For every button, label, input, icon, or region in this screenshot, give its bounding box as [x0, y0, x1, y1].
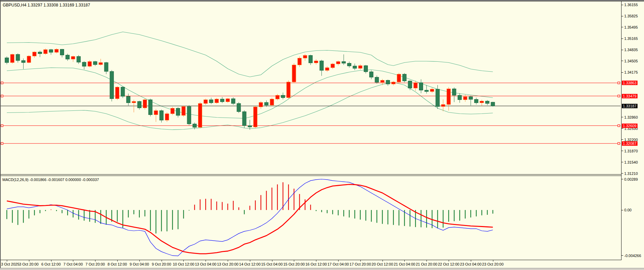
level-line-handle-right[interactable] — [618, 82, 620, 84]
candle-84[interactable] — [469, 96, 473, 106]
candle-4[interactable] — [27, 55, 31, 63]
candle-3[interactable] — [21, 59, 25, 69]
level-line-handle-left[interactable] — [1, 142, 3, 145]
candle-27[interactable] — [154, 109, 158, 122]
candle-1[interactable] — [11, 54, 14, 64]
candle-63[interactable] — [353, 64, 357, 70]
candle-87[interactable] — [485, 100, 489, 105]
candle-31[interactable] — [176, 107, 180, 118]
candle-12[interactable] — [71, 56, 75, 62]
candle-80[interactable] — [447, 87, 451, 111]
candle-83[interactable] — [463, 95, 467, 102]
candle-73[interactable] — [408, 80, 412, 90]
candle-60[interactable] — [336, 61, 340, 66]
macd-indicator-canvas[interactable] — [0, 176, 621, 260]
level-line-handle-left[interactable] — [1, 95, 3, 97]
candle-46[interactable] — [259, 101, 263, 109]
candle-48[interactable] — [270, 98, 274, 106]
candle-37[interactable] — [209, 98, 213, 104]
candle-28[interactable] — [160, 110, 163, 123]
candle-82[interactable] — [458, 93, 462, 103]
candle-7[interactable] — [44, 49, 47, 55]
main-chart-canvas[interactable] — [0, 0, 621, 175]
candle-85[interactable] — [475, 98, 478, 105]
candle-0[interactable] — [5, 57, 9, 64]
candle-61[interactable] — [342, 55, 346, 65]
candle-75[interactable] — [419, 79, 423, 93]
candle-74[interactable] — [414, 81, 417, 91]
candle-56[interactable] — [314, 59, 318, 65]
time-axis[interactable]: 3 Oct 20253 Oct 20:006 Oct 12:007 Oct 04… — [0, 260, 644, 268]
candle-body — [104, 63, 108, 72]
candle-42[interactable] — [237, 102, 241, 113]
candle-40[interactable] — [226, 98, 230, 103]
candle-81[interactable] — [452, 88, 456, 102]
candle-59[interactable] — [331, 63, 334, 69]
candle-79[interactable] — [441, 100, 445, 111]
candle-66[interactable] — [370, 71, 373, 79]
candle-21[interactable] — [121, 87, 125, 98]
candle-51[interactable] — [287, 80, 290, 99]
candle-43[interactable] — [242, 110, 246, 128]
candle-33[interactable] — [187, 105, 191, 125]
candle-54[interactable] — [303, 54, 307, 61]
candle-65[interactable] — [364, 65, 368, 74]
candle-18[interactable] — [104, 62, 108, 74]
level-line-handle-right[interactable] — [618, 95, 620, 97]
candle-16[interactable] — [93, 61, 97, 66]
candle-17[interactable] — [99, 59, 103, 66]
candle-67[interactable] — [375, 76, 379, 84]
candle-2[interactable] — [16, 54, 20, 63]
candle-9[interactable] — [55, 48, 58, 54]
candle-19[interactable] — [110, 70, 114, 102]
candle-35[interactable] — [198, 102, 202, 129]
level-line-handle-right[interactable] — [618, 125, 620, 127]
candle-58[interactable] — [325, 66, 329, 72]
candle-5[interactable] — [33, 51, 36, 58]
price-axis-tick — [621, 173, 623, 174]
candle-25[interactable] — [143, 99, 147, 110]
candle-10[interactable] — [60, 49, 64, 58]
candle-41[interactable] — [231, 97, 235, 105]
candle-26[interactable] — [149, 99, 152, 117]
candle-53[interactable] — [298, 57, 301, 67]
candle-body — [480, 101, 484, 103]
candle-22[interactable] — [126, 94, 130, 106]
candle-20[interactable] — [116, 86, 119, 100]
level-line-handle-left[interactable] — [1, 125, 3, 127]
candle-38[interactable] — [215, 98, 219, 104]
candle-86[interactable] — [480, 100, 484, 106]
candle-69[interactable] — [386, 80, 390, 86]
candle-44[interactable] — [248, 120, 252, 130]
candle-77[interactable] — [430, 88, 434, 93]
candle-72[interactable] — [403, 73, 406, 82]
candle-70[interactable] — [392, 81, 395, 86]
price-axis[interactable]: 1.361551.358251.354951.351651.348351.345… — [621, 0, 644, 260]
candle-52[interactable] — [292, 63, 296, 83]
candle-body — [303, 56, 307, 58]
candle-32[interactable] — [182, 106, 185, 117]
candle-13[interactable] — [77, 55, 80, 64]
candle-30[interactable] — [171, 107, 175, 115]
candle-39[interactable] — [220, 97, 224, 103]
candle-71[interactable] — [397, 73, 401, 83]
candle-50[interactable] — [281, 93, 285, 100]
level-line-handle-left[interactable] — [1, 82, 3, 84]
candle-62[interactable] — [347, 62, 351, 68]
candle-76[interactable] — [425, 85, 429, 94]
candle-57[interactable] — [320, 60, 324, 76]
candle-24[interactable] — [137, 101, 141, 110]
candle-15[interactable] — [88, 60, 92, 68]
candle-8[interactable] — [49, 49, 53, 55]
candle-64[interactable] — [358, 64, 362, 70]
candle-45[interactable] — [254, 106, 257, 129]
candle-49[interactable] — [275, 94, 279, 101]
candle-14[interactable] — [82, 61, 86, 70]
candle-88[interactable] — [491, 102, 495, 107]
candle-55[interactable] — [309, 55, 313, 65]
candle-11[interactable] — [66, 54, 70, 61]
candle-36[interactable] — [204, 99, 208, 105]
candle-6[interactable] — [38, 51, 42, 57]
candle-29[interactable] — [165, 112, 169, 122]
level-line-handle-right[interactable] — [618, 142, 620, 145]
